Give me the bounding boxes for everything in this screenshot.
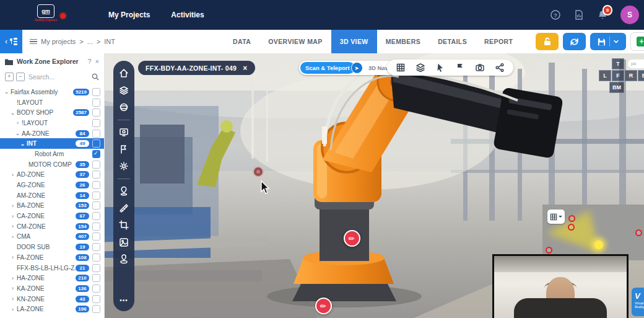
tree-item[interactable]: › HA-ZONE 210 xyxy=(0,273,104,283)
tree-item[interactable]: › CM-ZONE 154 xyxy=(0,221,104,232)
tree-item-checkbox[interactable] xyxy=(92,285,100,293)
tree-item-checkbox[interactable] xyxy=(92,119,100,127)
tree-item[interactable]: ⌄ INT 49 xyxy=(0,138,104,149)
tree-chevron-icon[interactable]: ⌄ xyxy=(19,141,27,147)
minimap-waypoint[interactable] xyxy=(568,215,575,222)
tree-chevron-icon[interactable]: › xyxy=(9,203,17,209)
tree-item[interactable]: ⌄ AA-ZONE 84 xyxy=(0,128,104,139)
layers-icon[interactable] xyxy=(119,86,129,95)
tree-item[interactable]: › KA-ZONE 136 xyxy=(0,283,104,294)
project-tab[interactable]: OVERVIEW MAP xyxy=(259,30,331,53)
viewcube-right[interactable]: R xyxy=(625,70,637,81)
share-icon[interactable] xyxy=(495,63,505,73)
pointer-icon[interactable] xyxy=(435,63,445,73)
tree-item[interactable]: FFX-BS-LB-LH-LG-Z... 21 xyxy=(0,263,104,273)
viewcube-back[interactable]: B xyxy=(638,70,644,81)
tree-item[interactable]: DOOR SUB 19 xyxy=(0,242,104,252)
tree-item[interactable]: AG-ZONE 26 xyxy=(0,180,104,190)
measure-ruler-icon[interactable] xyxy=(119,203,129,213)
drop-pin-icon[interactable] xyxy=(119,254,129,264)
export-image-icon[interactable] xyxy=(119,237,129,247)
teleport-pin-icon[interactable] xyxy=(119,186,129,196)
tree-chevron-icon[interactable]: › xyxy=(9,296,17,302)
annotation-flag-icon[interactable] xyxy=(119,144,129,154)
tree-item[interactable]: › FA-ZONE 108 xyxy=(0,252,104,263)
lock-button[interactable] xyxy=(536,33,559,50)
3d-viewport[interactable]: ••• FFX-BDY-AA-ZONE-INT- 049 × Scan & Te… xyxy=(104,53,644,318)
annotation-marker[interactable]: ✎ xyxy=(344,230,360,247)
tree-item-checkbox[interactable] xyxy=(92,150,100,158)
report-document-icon[interactable] xyxy=(573,9,585,20)
tree-item[interactable]: Robot Arm xyxy=(0,149,104,159)
tree-item-checkbox[interactable] xyxy=(92,108,100,117)
tree-chevron-icon[interactable]: › xyxy=(9,234,17,240)
project-tab[interactable]: REPORT xyxy=(476,30,521,53)
expand-all-button[interactable]: + xyxy=(5,73,14,81)
tree-chevron-icon[interactable]: › xyxy=(9,275,17,281)
home-icon[interactable] xyxy=(119,68,129,78)
panel-close-button[interactable]: × xyxy=(95,58,99,65)
tree-item[interactable]: › KN-ZONE 43 xyxy=(0,294,104,304)
project-tab[interactable]: DETAILS xyxy=(429,30,476,53)
tree-item-checkbox[interactable] xyxy=(92,88,100,96)
tree-item-checkbox[interactable] xyxy=(92,170,100,179)
tree-item[interactable]: › AD-ZONE 37 xyxy=(0,170,104,180)
panel-help-button[interactable]: ? xyxy=(87,58,91,65)
save-view-split-button[interactable] xyxy=(590,33,626,50)
tree-item-checkbox[interactable] xyxy=(92,243,100,251)
tree-item-checkbox[interactable] xyxy=(92,181,100,189)
tree-item[interactable]: › CA-ZONE 67 xyxy=(0,211,104,221)
tree-chevron-icon[interactable]: › xyxy=(9,172,17,178)
gm-reality-capture-logo[interactable]: gm ✹ Reality Capture xyxy=(27,4,64,22)
viewcube-left[interactable]: L xyxy=(599,70,611,81)
hamburger-icon[interactable] xyxy=(30,38,37,46)
more-options-icon[interactable]: ••• xyxy=(120,297,128,304)
location-tag[interactable]: FFX-BDY-AA-ZONE-INT- 049 × xyxy=(138,61,255,75)
tree-item-checkbox[interactable] xyxy=(92,161,100,169)
tree-item-checkbox[interactable] xyxy=(92,201,100,210)
viewcube-front[interactable]: F xyxy=(612,70,624,81)
tree-chevron-icon[interactable]: ⌄ xyxy=(14,130,22,136)
tree-item-checkbox[interactable] xyxy=(92,295,100,303)
sphere-icon[interactable] xyxy=(119,102,129,112)
user-avatar[interactable]: S xyxy=(620,6,639,24)
breadcrumb-root[interactable]: My projects xyxy=(41,38,76,45)
tree-item-checkbox[interactable] xyxy=(92,139,100,148)
help-icon[interactable]: ? xyxy=(550,9,561,20)
stack-icon[interactable] xyxy=(416,63,425,73)
project-tab[interactable]: MEMBERS xyxy=(377,30,429,53)
tree-chevron-icon[interactable]: › xyxy=(9,285,17,291)
pano-waypoint-marker[interactable] xyxy=(253,166,264,177)
collapse-all-button[interactable]: − xyxy=(16,73,25,81)
tree-item[interactable]: ⌄ BODY SHOP 2587 xyxy=(0,107,104,118)
tree-chevron-icon[interactable]: › xyxy=(9,213,17,219)
tree-item-checkbox[interactable] xyxy=(92,232,100,241)
tree-item-checkbox[interactable] xyxy=(92,274,100,282)
tree-chevron-icon[interactable]: › xyxy=(14,120,22,126)
tree-item[interactable]: › LA-ZONE 196 xyxy=(0,304,104,314)
tree-chevron-icon[interactable]: › xyxy=(9,306,17,312)
annotation-marker[interactable]: ✎ xyxy=(315,298,332,314)
tree-item[interactable]: › CMA 407 xyxy=(0,232,104,242)
project-tab[interactable]: DATA xyxy=(224,30,259,53)
notifications-bell-icon[interactable]: 9 xyxy=(597,9,608,20)
settings-gear-icon[interactable] xyxy=(119,161,129,171)
tree-item[interactable]: ⌄ Fairfax Assembly 5219 xyxy=(0,87,104,97)
add-button[interactable]: + xyxy=(630,32,644,51)
tree-item-checkbox[interactable] xyxy=(92,305,100,313)
tree-item-checkbox[interactable] xyxy=(92,192,100,200)
top-menu-item[interactable]: Activities xyxy=(171,11,204,19)
sync-button[interactable] xyxy=(563,33,586,50)
top-menu-item[interactable]: My Projects xyxy=(108,11,150,19)
viewcube-bottom[interactable]: BM xyxy=(609,82,624,93)
tree-item-checkbox[interactable] xyxy=(92,212,100,220)
minimap[interactable] xyxy=(542,205,644,260)
viewcube-top[interactable]: T xyxy=(612,58,624,69)
minimap-grid-button[interactable] xyxy=(547,210,565,224)
tree-item-checkbox[interactable] xyxy=(92,223,100,231)
search-icon[interactable] xyxy=(92,73,99,81)
tree-item[interactable]: !LAYOUT xyxy=(0,97,104,108)
screenshot-icon[interactable] xyxy=(119,127,129,137)
collapse-panel-button[interactable]: ‹ xyxy=(0,30,22,53)
view-mini-input[interactable]: pa xyxy=(628,60,644,68)
